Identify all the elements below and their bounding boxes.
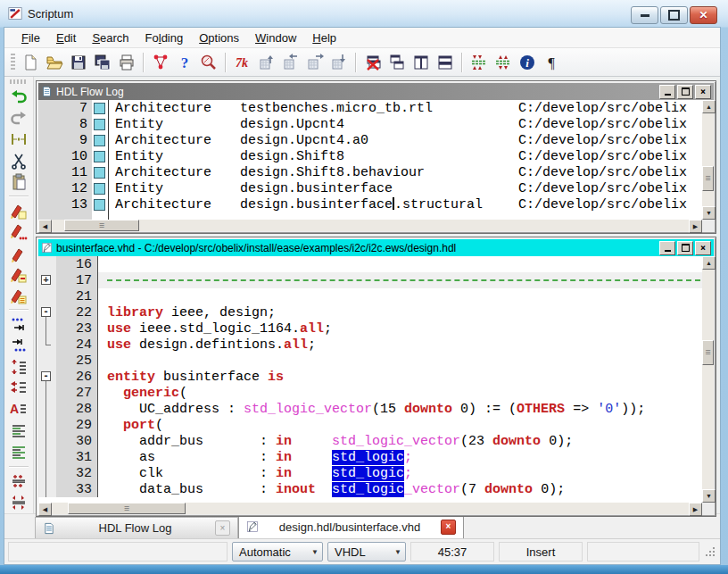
- code-text[interactable]: [98, 272, 702, 288]
- fold-collapse-box[interactable]: -: [41, 307, 51, 317]
- flow-log-title-bar[interactable]: HDL Flow Log ×: [38, 83, 714, 100]
- flow-log-maximize-button[interactable]: [677, 85, 693, 99]
- scroll-right-arrow[interactable]: ▶: [689, 503, 702, 516]
- code-text[interactable]: as : in std_logic;: [98, 449, 702, 465]
- shift-left-button[interactable]: [7, 378, 30, 399]
- flow-log-horizontal-scrollbar[interactable]: ◀ ☰ ▶: [38, 220, 702, 231]
- row-checkbox[interactable]: [94, 199, 105, 211]
- menu-file[interactable]: File: [13, 29, 48, 46]
- flow-log-row[interactable]: 13Architecturedesign.businterface.struct…: [38, 196, 702, 212]
- flow-log-row[interactable]: 7Architecturetestbenches.micro_tb.rtlC:/…: [38, 100, 702, 116]
- editor-close-button[interactable]: ×: [695, 241, 711, 255]
- fold-margin[interactable]: [38, 320, 56, 337]
- code-text[interactable]: UC_address : std_logic_vector(15 downto …: [98, 401, 702, 417]
- close-all-windows-button[interactable]: [361, 51, 385, 73]
- fold-margin[interactable]: [38, 385, 56, 401]
- fold-margin[interactable]: [38, 401, 56, 417]
- tab-hdl-flow-log[interactable]: HDL Flow Log×: [35, 517, 238, 538]
- toolbar-drag-handle[interactable]: [11, 54, 15, 71]
- undo-button[interactable]: [7, 86, 30, 107]
- row-checkbox[interactable]: [94, 119, 105, 130]
- highlight-list-button[interactable]: [7, 285, 30, 306]
- help-button[interactable]: ?: [173, 51, 196, 73]
- tile-horizontal-button[interactable]: [434, 51, 457, 73]
- menu-options[interactable]: Options: [191, 29, 247, 46]
- fold-margin[interactable]: [38, 465, 56, 481]
- open-file-button[interactable]: [43, 51, 66, 73]
- scroll-thumb[interactable]: ☰: [68, 503, 186, 514]
- fold-margin[interactable]: [38, 256, 56, 272]
- flow-log-row[interactable]: 9Architecturedesign.Upcnt4.a0C:/develop/…: [38, 132, 702, 148]
- snap-apart-button[interactable]: [492, 51, 515, 73]
- cut-button[interactable]: [7, 150, 30, 171]
- highlight-dots-button[interactable]: [7, 221, 30, 243]
- scroll-down-arrow[interactable]: ▼: [702, 206, 716, 220]
- code-line-32[interactable]: 32 clk : in std_logic;: [38, 465, 702, 481]
- fold-expand-box[interactable]: +: [41, 275, 51, 285]
- collapsed-fold-indicator[interactable]: [107, 279, 700, 281]
- scroll-thumb[interactable]: ☰: [702, 340, 714, 365]
- fold-margin[interactable]: [38, 433, 56, 449]
- scroll-down-arrow[interactable]: ▼: [702, 489, 716, 503]
- highlight-add-button[interactable]: [7, 200, 30, 221]
- code-text[interactable]: [98, 288, 702, 304]
- redo-button[interactable]: [7, 107, 30, 129]
- split-blocks-button[interactable]: [7, 492, 30, 513]
- fold-margin[interactable]: -: [38, 304, 56, 320]
- fold-margin[interactable]: [38, 449, 56, 465]
- flow-log-vertical-scrollbar[interactable]: ▲ ☰ ▼: [702, 100, 714, 220]
- code-text[interactable]: library ieee, design;: [98, 304, 702, 320]
- code-line-30[interactable]: 30 addr_bus : in std_logic_vector(23 dow…: [38, 433, 702, 449]
- comment-button[interactable]: [7, 420, 30, 442]
- toolbar-drag-handle[interactable]: [10, 79, 28, 84]
- fold-margin[interactable]: [38, 481, 56, 497]
- highlight-pen-button[interactable]: [7, 243, 30, 264]
- flow-log-minimize-button[interactable]: [659, 85, 675, 99]
- code-line-25[interactable]: 25: [38, 353, 702, 369]
- row-checkbox[interactable]: [94, 183, 105, 195]
- hdl-flow-button[interactable]: [149, 51, 172, 73]
- menu-window[interactable]: Window: [247, 29, 304, 46]
- row-checkbox[interactable]: [94, 135, 105, 146]
- fold-margin[interactable]: [38, 353, 56, 369]
- text-to-tabs-button[interactable]: [7, 335, 30, 356]
- code-line-22[interactable]: -22library ieee, design;: [38, 304, 702, 320]
- close-button[interactable]: ✕: [690, 6, 717, 24]
- editor-horizontal-scrollbar[interactable]: ◀ ☰ ▶: [38, 503, 702, 514]
- language-combo[interactable]: VHDL ▼: [327, 542, 406, 562]
- menu-edit[interactable]: Edit: [48, 29, 84, 46]
- code-text[interactable]: [98, 256, 702, 272]
- uppercase-button[interactable]: A: [7, 399, 30, 420]
- code-line-31[interactable]: 31 as : in std_logic;: [38, 449, 702, 465]
- code-line-29[interactable]: 29 port(: [38, 417, 702, 433]
- nav-down-button[interactable]: [327, 51, 351, 73]
- fold-margin[interactable]: [38, 337, 56, 353]
- flow-log-row[interactable]: 11Architecturedesign.Shift8.behaviourC:/…: [38, 164, 702, 180]
- tile-vertical-button[interactable]: [410, 51, 433, 73]
- scroll-up-arrow[interactable]: ▲: [702, 256, 716, 270]
- snap-together-button[interactable]: [467, 51, 491, 73]
- save-all-button[interactable]: [91, 51, 114, 73]
- restore-button[interactable]: [660, 6, 688, 24]
- row-checkbox[interactable]: [94, 103, 105, 114]
- fold-margin[interactable]: +: [38, 272, 56, 288]
- join-lines-button[interactable]: [7, 129, 30, 150]
- scroll-right-arrow[interactable]: ▶: [689, 220, 702, 233]
- code-line-27[interactable]: 27 generic(: [38, 385, 702, 401]
- fold-collapse-box[interactable]: -: [41, 371, 51, 381]
- flow-log-list[interactable]: 7Architecturetestbenches.micro_tb.rtlC:/…: [38, 100, 702, 220]
- cascade-windows-button[interactable]: [385, 51, 409, 73]
- code-text[interactable]: use design.defintions.all;: [98, 337, 702, 353]
- code-text[interactable]: [98, 353, 702, 369]
- scroll-left-arrow[interactable]: ◀: [38, 503, 52, 516]
- code-line-17[interactable]: +17: [38, 272, 702, 288]
- code-text[interactable]: entity businterface is: [98, 369, 702, 385]
- tab-close-button[interactable]: ×: [441, 520, 456, 535]
- tabs-to-text-button[interactable]: [7, 313, 30, 335]
- code-line-21[interactable]: 21: [38, 288, 702, 304]
- zoom-button[interactable]: [197, 51, 220, 73]
- join-blocks-button[interactable]: [7, 470, 30, 492]
- editor-minimize-button[interactable]: [659, 241, 675, 255]
- row-checkbox[interactable]: [94, 151, 105, 162]
- syntax-mode-combo[interactable]: Automatic ▼: [232, 542, 323, 562]
